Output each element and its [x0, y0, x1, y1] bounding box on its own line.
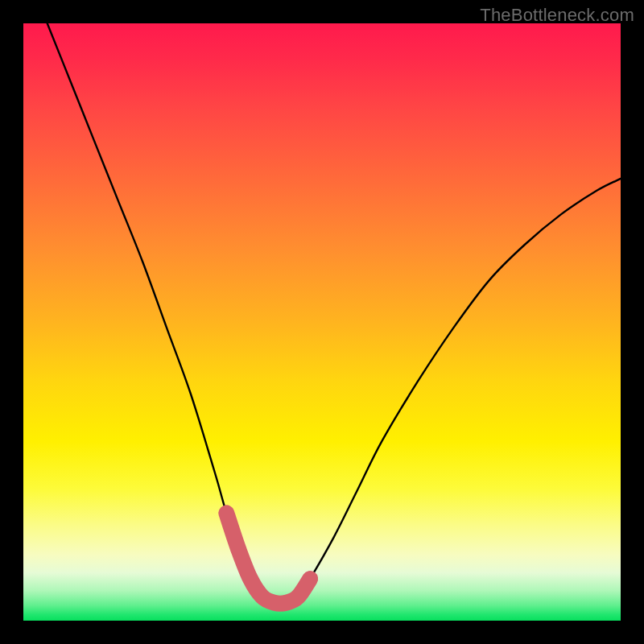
chart-frame: TheBottleneck.com	[0, 0, 644, 644]
bottleneck-curve	[47, 23, 621, 604]
optimal-band	[226, 513, 310, 603]
chart-svg	[23, 23, 621, 621]
chart-plot-area	[23, 23, 621, 621]
watermark-text: TheBottleneck.com	[480, 5, 634, 26]
